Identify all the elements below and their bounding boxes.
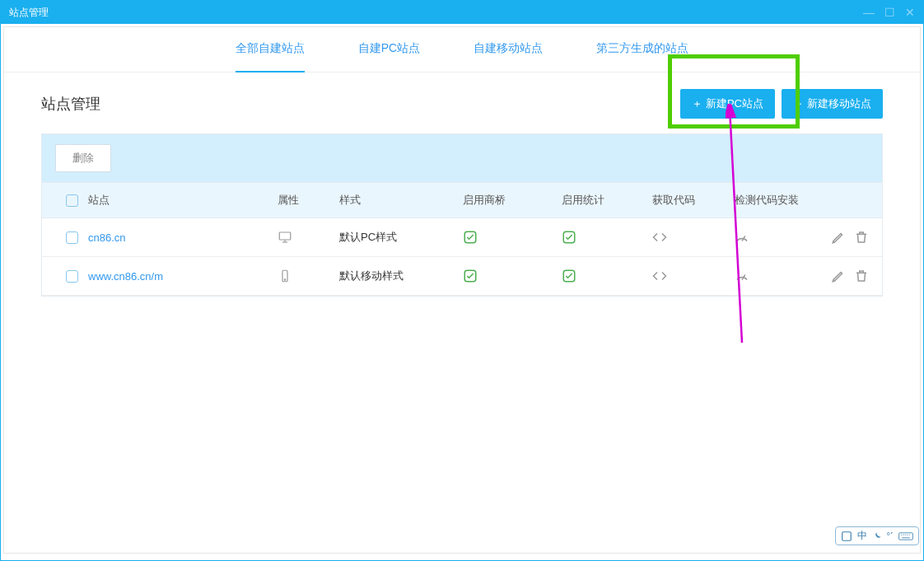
app-window: 站点管理 — ☐ ✕ 全部自建站点 自建PC站点 自建移动站点 第三方生成的站点… xyxy=(0,0,924,561)
svg-rect-0 xyxy=(279,232,291,240)
svg-rect-13 xyxy=(899,532,913,539)
main-card: 全部自建站点 自建PC站点 自建移动站点 第三方生成的站点 站点管理 ＋ 新建P… xyxy=(3,26,921,554)
tabs: 全部自建站点 自建PC站点 自建移动站点 第三方生成的站点 xyxy=(4,27,920,72)
ime-punct-icon: °ʼ xyxy=(887,531,894,541)
select-all-checkbox[interactable] xyxy=(66,194,78,207)
ime-lang: 中 xyxy=(857,529,867,543)
maximize-button[interactable]: ☐ xyxy=(884,6,895,19)
style-cell: 默认PC样式 xyxy=(339,230,463,245)
code-icon[interactable] xyxy=(652,230,667,245)
ime-toolbar[interactable]: 中 °ʼ xyxy=(835,526,919,545)
tab-all-sites[interactable]: 全部自建站点 xyxy=(236,27,305,72)
gauge-icon[interactable] xyxy=(735,230,749,245)
section: 站点管理 ＋ 新建PC站点 ＋ 新建移动站点 删除 站点 属性 xyxy=(4,72,920,313)
keyboard-icon xyxy=(898,531,913,541)
tab-pc-sites[interactable]: 自建PC站点 xyxy=(358,27,420,72)
table-header: 站点 属性 样式 启用商桥 启用统计 获取代码 检测代码安装 xyxy=(42,182,882,218)
col-header-qiao: 启用商桥 xyxy=(463,193,562,208)
col-header-style: 样式 xyxy=(339,193,463,208)
trash-icon[interactable] xyxy=(854,230,869,245)
svg-point-7 xyxy=(284,279,285,280)
desktop-icon xyxy=(278,230,292,245)
titlebar: 站点管理 — ☐ ✕ xyxy=(1,1,923,24)
edit-icon[interactable] xyxy=(831,269,846,283)
table-row: www.cn86.cn/m 默认移动样式 xyxy=(42,257,882,296)
check-enabled-icon[interactable] xyxy=(562,230,576,245)
svg-rect-12 xyxy=(842,531,851,540)
check-enabled-icon[interactable] xyxy=(463,230,478,245)
table-toolbar: 删除 xyxy=(42,134,882,182)
ime-app-icon xyxy=(841,531,852,542)
close-button[interactable]: ✕ xyxy=(905,6,915,19)
mobile-icon xyxy=(278,269,292,283)
window-title: 站点管理 xyxy=(9,6,49,20)
row-checkbox[interactable] xyxy=(66,270,78,283)
col-header-stat: 启用统计 xyxy=(562,193,652,208)
site-link[interactable]: www.cn86.cn/m xyxy=(88,270,163,283)
col-header-site: 站点 xyxy=(88,193,278,208)
gauge-icon[interactable] xyxy=(735,269,749,283)
col-header-check: 检测代码安装 xyxy=(735,193,817,208)
trash-icon[interactable] xyxy=(854,269,869,283)
edit-icon[interactable] xyxy=(831,230,846,245)
tab-mobile-sites[interactable]: 自建移动站点 xyxy=(474,27,543,72)
table-row: cn86.cn 默认PC样式 xyxy=(42,218,882,257)
page-title: 站点管理 xyxy=(41,94,674,114)
plus-icon: ＋ xyxy=(793,96,804,111)
minimize-button[interactable]: — xyxy=(863,6,875,19)
site-table: 删除 站点 属性 样式 启用商桥 启用统计 获取代码 检测代码安装 cn86.c xyxy=(41,133,883,297)
style-cell: 默认移动样式 xyxy=(339,269,463,283)
tab-thirdparty-sites[interactable]: 第三方生成的站点 xyxy=(596,27,688,72)
plus-icon: ＋ xyxy=(692,96,702,111)
col-header-attr: 属性 xyxy=(278,193,339,208)
check-enabled-icon[interactable] xyxy=(463,269,478,283)
row-checkbox[interactable] xyxy=(66,231,78,244)
col-header-code: 获取代码 xyxy=(652,193,735,208)
moon-icon xyxy=(872,531,882,541)
delete-button[interactable]: 删除 xyxy=(55,144,111,172)
new-pc-site-button[interactable]: ＋ 新建PC站点 xyxy=(680,89,775,119)
new-mobile-site-button[interactable]: ＋ 新建移动站点 xyxy=(782,89,883,119)
site-link[interactable]: cn86.cn xyxy=(88,231,126,244)
code-icon[interactable] xyxy=(652,269,667,283)
check-enabled-icon[interactable] xyxy=(562,269,576,283)
